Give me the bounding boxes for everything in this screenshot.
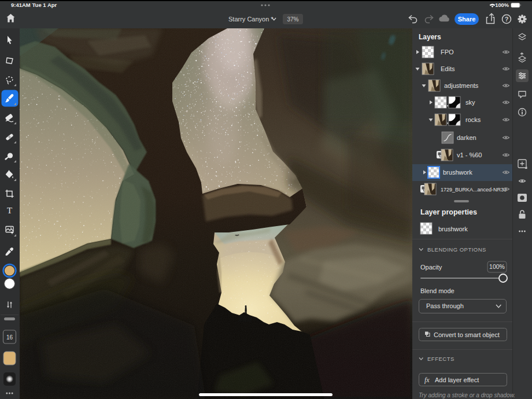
- svg-text:fx: fx: [424, 376, 430, 384]
- svg-text:brushwork: brushwork: [438, 226, 468, 232]
- svg-text:1729_BURKA...anced-NR33: 1729_BURKA...anced-NR33: [441, 187, 507, 193]
- svg-text:BLENDING OPTIONS: BLENDING OPTIONS: [427, 246, 486, 253]
- svg-text:?: ?: [505, 16, 509, 23]
- svg-text:rocks: rocks: [466, 116, 481, 123]
- svg-text:37%: 37%: [287, 16, 298, 23]
- svg-text:9:41AM: 9:41AM: [11, 2, 31, 8]
- svg-text:Starry Canyon *: Starry Canyon *: [228, 16, 274, 23]
- svg-text:brushwork: brushwork: [443, 169, 472, 176]
- svg-text:darken: darken: [457, 134, 476, 141]
- svg-text:Add layer effect: Add layer effect: [435, 376, 479, 383]
- svg-text:100%: 100%: [495, 2, 509, 8]
- svg-text:Opacity: Opacity: [420, 264, 442, 271]
- svg-text:Tue 1 Apr: Tue 1 Apr: [32, 2, 57, 8]
- svg-text:Convert to smart object: Convert to smart object: [434, 331, 500, 338]
- svg-text:adjustments: adjustments: [444, 82, 479, 89]
- svg-text:sky: sky: [466, 99, 475, 106]
- svg-text:EFFECTS: EFFECTS: [427, 356, 455, 362]
- svg-text:100%: 100%: [489, 263, 505, 270]
- svg-text:T: T: [7, 205, 12, 215]
- svg-text:16: 16: [6, 334, 13, 340]
- svg-text:Pass through: Pass through: [426, 302, 464, 309]
- svg-text:Try adding a stroke or a drop: Try adding a stroke or a drop shadow.: [419, 392, 515, 398]
- svg-text:Edits: Edits: [441, 65, 455, 72]
- svg-text:Blend mode: Blend mode: [420, 287, 455, 294]
- svg-text:FPO: FPO: [441, 49, 454, 56]
- svg-text:Layer properties: Layer properties: [420, 208, 477, 216]
- svg-text:Share: Share: [458, 16, 476, 23]
- svg-text:Layers: Layers: [419, 33, 441, 41]
- svg-text:v1 - %60: v1 - %60: [457, 152, 482, 158]
